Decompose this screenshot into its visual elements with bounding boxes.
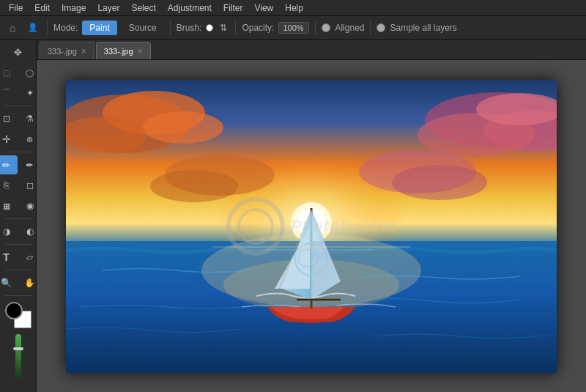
canvas-viewport[interactable]: Photobucket <box>37 60 586 392</box>
tool-row-6: ✏ ✒ <box>0 155 37 174</box>
text-tool[interactable]: T <box>0 248 18 267</box>
menu-edit[interactable]: Edit <box>29 1 56 15</box>
zoom-tool[interactable]: 🔍 <box>0 273 18 292</box>
toolbox: ✥ ⬚ ◯ ⌒ ✦ ⊡ ⚗ ✛ ⊛ ✏ ✒ ⎘ ◻ ▦ ◉ <box>0 40 37 392</box>
tab-1-close[interactable]: × <box>138 47 143 56</box>
select-ellipse-tool[interactable]: ◯ <box>19 63 37 82</box>
eraser-tool[interactable]: ◻ <box>19 176 37 195</box>
image-canvas: Photobucket <box>66 80 557 373</box>
brush-tool[interactable]: ✏ <box>0 155 18 174</box>
select-rect-tool[interactable]: ⬚ <box>0 63 18 82</box>
menu-bar: File Edit Image Layer Select Adjustment … <box>0 0 586 16</box>
tool-sep-2 <box>5 152 31 152</box>
lasso-tool[interactable]: ⌒ <box>0 84 18 103</box>
mode-label: Mode: <box>53 23 78 33</box>
sample-all-toggle[interactable] <box>377 23 385 32</box>
toolbar-sep-4 <box>315 21 316 35</box>
opacity-bar[interactable] <box>15 334 21 378</box>
gradient-tool[interactable]: ▦ <box>0 196 18 215</box>
fill-tool[interactable]: ◉ <box>19 196 37 215</box>
toolbar: ⌂ 👤 Mode: Paint Source Brush: ⇅ Opacity:… <box>0 16 586 40</box>
tool-row-11: 🔍 ✋ <box>0 273 37 292</box>
eyedropper-tool[interactable]: ⚗ <box>19 109 37 128</box>
tab-0[interactable]: 333-.jpg × <box>40 42 94 59</box>
tool-row-4: ⊡ ⚗ <box>0 109 37 128</box>
tool-row-2: ⬚ ◯ <box>0 63 37 82</box>
healing-tool[interactable]: ✛ <box>0 130 18 149</box>
tab-1[interactable]: 333-.jpg × <box>96 42 151 59</box>
canvas-area: 333-.jpg × 333-.jpg × <box>37 40 586 392</box>
tool-sep-3 <box>5 218 31 219</box>
svg-point-13 <box>150 170 238 202</box>
tool-row-9: ◑ ◐ <box>0 222 37 241</box>
tabs: 333-.jpg × 333-.jpg × <box>37 40 586 60</box>
menu-file[interactable]: File <box>3 1 29 15</box>
tool-row-7: ⎘ ◻ <box>0 176 37 195</box>
tab-0-label: 333-.jpg <box>48 47 77 56</box>
pencil-tool[interactable]: ✒ <box>19 155 37 174</box>
tab-1-label: 333-.jpg <box>104 47 133 56</box>
svg-point-15 <box>392 165 487 200</box>
sample-all-label: Sample all layers <box>390 23 456 33</box>
toolbar-sep-5 <box>370 21 371 35</box>
clone-tool[interactable]: ⎘ <box>0 176 18 195</box>
dodge-tool[interactable]: ◑ <box>0 222 18 241</box>
toolbar-sep-3 <box>235 21 236 35</box>
foreground-color-swatch[interactable] <box>5 302 23 319</box>
scene-svg <box>66 80 557 373</box>
aligned-toggle[interactable] <box>322 23 330 32</box>
color-swatch-area[interactable] <box>5 302 31 328</box>
source-mode-button[interactable]: Source <box>122 21 164 35</box>
toolbar-sep-1 <box>47 21 48 35</box>
brush-label: Brush: <box>177 23 202 33</box>
shape-tool[interactable]: ▱ <box>19 248 37 267</box>
svg-point-4 <box>143 111 223 144</box>
menu-select[interactable]: Select <box>125 1 161 15</box>
hand-tool[interactable]: ✋ <box>19 273 37 292</box>
paint-mode-button[interactable]: Paint <box>82 21 116 35</box>
tab-0-close[interactable]: × <box>81 47 86 56</box>
brush-size-icon[interactable]: ⇅ <box>218 20 229 36</box>
user-icon[interactable]: 👤 <box>25 20 41 36</box>
brush-circle <box>206 24 213 32</box>
tool-row-8: ▦ ◉ <box>0 196 37 215</box>
tool-row-1: ✥ <box>7 42 29 62</box>
menu-image[interactable]: Image <box>56 1 92 15</box>
tool-row-5: ✛ ⊛ <box>0 130 37 149</box>
opacity-bar-handle[interactable] <box>13 347 23 350</box>
opacity-input[interactable]: 100% <box>278 22 309 34</box>
toolbar-sep-2 <box>170 21 171 35</box>
tool-sep-6 <box>5 295 31 296</box>
tool-row-10: T ▱ <box>0 248 37 267</box>
move-tool[interactable]: ✥ <box>7 42 29 62</box>
menu-layer[interactable]: Layer <box>92 1 125 15</box>
menu-view[interactable]: View <box>248 1 279 15</box>
crop-tool[interactable]: ⊡ <box>0 109 18 128</box>
tool-row-3: ⌒ ✦ <box>0 84 37 103</box>
burn-tool[interactable]: ◐ <box>19 222 37 241</box>
tool-sep-5 <box>5 270 31 270</box>
menu-adjustment[interactable]: Adjustment <box>162 1 218 15</box>
menu-filter[interactable]: Filter <box>218 1 249 15</box>
menu-help[interactable]: Help <box>279 1 309 15</box>
patch-tool[interactable]: ⊛ <box>19 130 37 149</box>
home-icon[interactable]: ⌂ <box>4 20 21 36</box>
main: ✥ ⬚ ◯ ⌒ ✦ ⊡ ⚗ ✛ ⊛ ✏ ✒ ⎘ ◻ ▦ ◉ <box>0 40 586 392</box>
tool-sep-1 <box>5 106 31 106</box>
tool-sep-4 <box>5 244 31 245</box>
opacity-label: Opacity: <box>242 23 274 33</box>
aligned-label: Aligned <box>335 23 364 33</box>
magic-wand-tool[interactable]: ✦ <box>19 84 37 103</box>
